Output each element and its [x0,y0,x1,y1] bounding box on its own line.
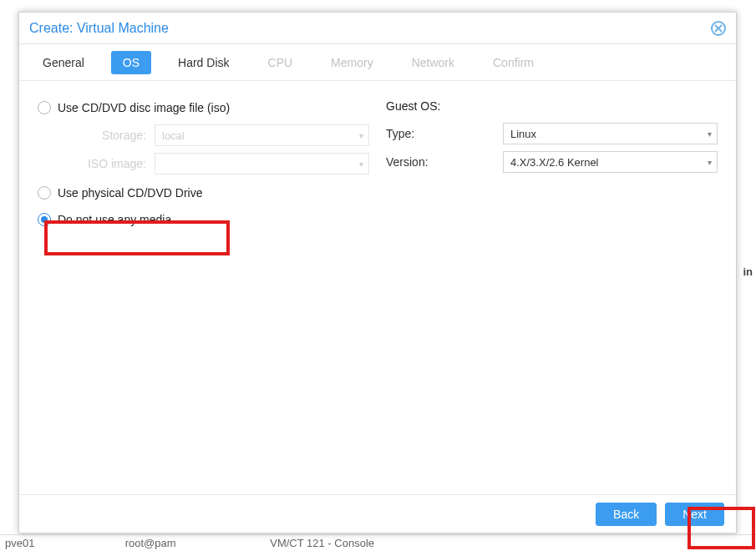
tab-confirm: Confirm [481,51,545,74]
tab-os[interactable]: OS [111,51,151,74]
dialog-title: Create: Virtual Machine [29,21,169,36]
chevron-down-icon: ▾ [359,131,363,140]
tab-general[interactable]: General [31,51,96,74]
bg-text: in [743,265,753,278]
guest-version-value: 4.X/3.X/2.6 Kernel [510,156,599,169]
storage-label: Storage: [38,129,155,142]
guest-type-label: Type: [386,127,503,140]
dialog-header: Create: Virtual Machine [19,13,736,44]
radio-use-iso[interactable]: Use CD/DVD disc image file (iso) [38,96,369,119]
chevron-down-icon: ▾ [708,129,712,139]
bg-right-panel: in [739,0,756,551]
storage-row: Storage: local ▾ [38,123,369,148]
dialog-body: Use CD/DVD disc image file (iso) Storage… [19,81,736,250]
isoimage-row: ISO image: ▾ [38,151,369,176]
radio-use-iso-label: Use CD/DVD disc image file (iso) [58,101,230,114]
storage-select: local ▾ [155,124,369,146]
radio-physical-label: Use physical CD/DVD Drive [58,186,202,200]
create-vm-dialog: Create: Virtual Machine General OS Hard … [18,12,737,533]
isoimage-select: ▾ [155,153,369,174]
tab-memory: Memory [319,51,385,74]
status-user: root@pam [125,535,267,551]
tab-hard-disk[interactable]: Hard Disk [166,51,241,74]
guest-type-select[interactable]: Linux ▾ [503,123,718,144]
guest-version-row: Version: 4.X/3.X/2.6 Kernel ▾ [386,149,718,174]
chevron-down-icon: ▾ [708,158,712,167]
dialog-footer: Back Next [19,494,736,533]
radio-icon [38,101,51,114]
radio-physical-drive[interactable]: Use physical CD/DVD Drive [38,181,369,205]
bg-left-panel [0,0,18,551]
guest-type-value: Linux [510,128,536,140]
media-column: Use CD/DVD disc image file (iso) Storage… [38,96,369,235]
status-pve: pve01 [5,535,122,551]
radio-icon [38,186,51,200]
tab-cpu: CPU [256,51,305,74]
radio-icon [38,213,51,226]
tab-network: Network [400,51,466,74]
guest-os-heading: Guest OS: [386,99,718,113]
isoimage-label: ISO image: [38,157,155,170]
status-task: VM/CT 121 - Console [270,535,374,551]
chevron-down-icon: ▾ [359,159,363,169]
guest-version-label: Version: [386,155,503,169]
status-bar: pve01 root@pam VM/CT 121 - Console [0,534,756,551]
guest-type-row: Type: Linux ▾ [386,121,718,146]
guest-os-column: Guest OS: Type: Linux ▾ Version: 4.X/3.X… [386,96,718,235]
storage-value: local [162,129,185,142]
guest-version-select[interactable]: 4.X/3.X/2.6 Kernel ▾ [503,151,718,173]
close-icon[interactable] [711,21,726,36]
radio-no-media[interactable]: Do not use any media [38,208,369,231]
next-button[interactable]: Next [665,503,724,526]
radio-no-media-label: Do not use any media [58,213,171,226]
back-button[interactable]: Back [596,503,657,526]
wizard-tabs: General OS Hard Disk CPU Memory Network … [19,44,736,81]
